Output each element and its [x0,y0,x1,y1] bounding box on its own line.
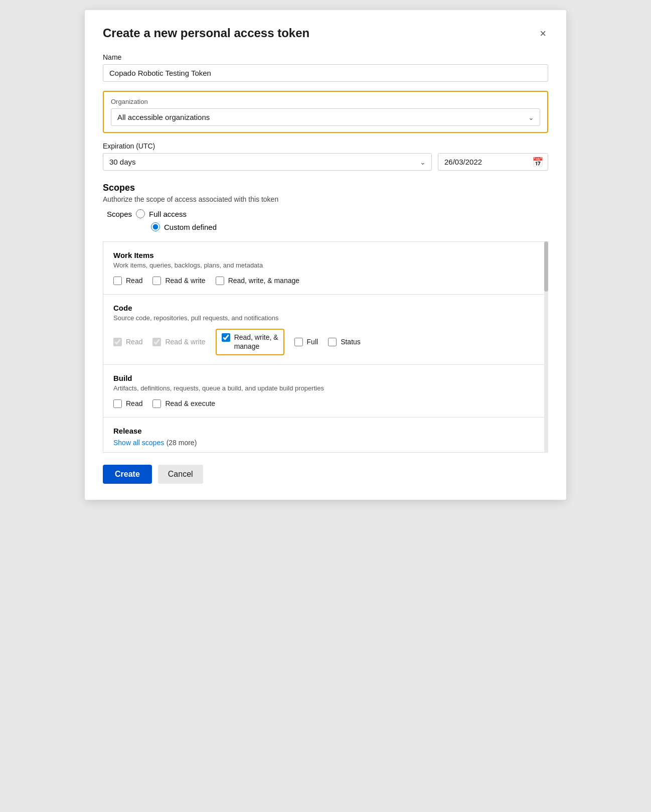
work-items-checkboxes: Read Read & write Read, write, & manage [113,276,534,285]
show-all-scopes-link[interactable]: Show all scopes [113,439,164,447]
code-full-label: Full [307,337,318,346]
more-count-label: (28 more) [167,439,197,447]
work-items-read-write-label: Read & write [165,276,205,285]
organization-section: Organization All accessible organization… [103,91,548,133]
name-input[interactable] [103,64,548,82]
close-button[interactable]: × [538,26,548,41]
custom-defined-radio[interactable] [151,222,160,231]
scope-items-list: Work Items Work items, queries, backlogs… [103,241,548,453]
code-read-write-label: Read & write [165,337,205,346]
code-read-write-manage[interactable]: Read, write, &manage [216,329,284,355]
expiry-date-wrapper: 📅 [438,153,548,171]
code-read-write-manage-checkbox[interactable] [222,333,230,342]
build-read-execute-checkbox[interactable] [152,399,161,408]
modal-title: Create a new personal access token [103,26,309,40]
create-button[interactable]: Create [103,465,152,484]
build-checkboxes: Read Read & execute [113,399,534,408]
full-access-label[interactable]: Full access [149,210,187,218]
code-status-label: Status [341,337,361,346]
full-access-radio-row: Scopes Full access [107,209,548,218]
work-items-read-write-checkbox[interactable] [152,277,161,285]
scope-item-code: Code Source code, repositories, pull req… [103,295,548,364]
release-section: Release Show all scopes (28 more) [103,418,548,452]
code-status[interactable]: Status [328,337,361,346]
scrollbar-track [544,241,548,453]
work-items-read-write-manage-label: Read, write, & manage [228,276,299,285]
work-items-read[interactable]: Read [113,276,142,285]
code-read-write-manage-label: Read, write, &manage [234,333,278,351]
code-read-label: Read [126,337,142,346]
code-description: Source code, repositories, pull requests… [113,314,534,322]
scopes-section: Scopes Authorize the scope of access ass… [103,183,548,231]
name-section: Name [103,53,548,82]
modal-header: Create a new personal access token × [103,26,548,41]
code-full-checkbox[interactable] [294,338,303,346]
scope-items-container: Work Items Work items, queries, backlogs… [103,241,548,453]
footer-actions: Create Cancel [103,465,548,484]
work-items-title: Work Items [113,251,534,259]
code-title: Code [113,304,534,312]
code-read-write[interactable]: Read & write [152,337,205,346]
custom-defined-radio-row: Custom defined [107,222,548,231]
work-items-read-write-manage-checkbox[interactable] [216,277,224,285]
scrollbar-thumb[interactable] [544,241,548,292]
scopes-prefix-label: Scopes [107,210,132,218]
name-label: Name [103,53,548,61]
organization-select[interactable]: All accessible organizations [111,108,540,126]
scope-item-build: Build Artifacts, definitions, requests, … [103,365,548,418]
code-read-write-checkbox[interactable] [152,338,161,346]
build-read-execute[interactable]: Read & execute [152,399,215,408]
work-items-read-checkbox[interactable] [113,277,122,285]
build-read-execute-label: Read & execute [165,399,215,408]
expiration-section: Expiration (UTC) 30 days ⌄ 📅 [103,142,548,171]
code-checkboxes: Read Read & write Read, write, &manage F… [113,329,534,355]
build-read[interactable]: Read [113,399,142,408]
expiry-select-wrapper: 30 days ⌄ [103,153,432,171]
build-read-checkbox[interactable] [113,399,122,408]
organization-label: Organization [111,98,540,105]
work-items-read-write-manage[interactable]: Read, write, & manage [216,276,299,285]
work-items-read-write[interactable]: Read & write [152,276,205,285]
organization-select-wrapper: All accessible organizations ⌄ [111,108,540,126]
full-access-radio[interactable] [136,209,145,218]
expiration-label: Expiration (UTC) [103,142,548,150]
cancel-button[interactable]: Cancel [158,465,203,484]
code-read[interactable]: Read [113,337,142,346]
expiry-days-select[interactable]: 30 days [103,153,432,171]
work-items-read-label: Read [126,276,142,285]
code-status-checkbox[interactable] [328,338,337,346]
scopes-radio-group: Scopes Full access Custom defined [103,209,548,231]
work-items-description: Work items, queries, backlogs, plans, an… [113,261,534,269]
code-read-checkbox[interactable] [113,338,122,346]
scope-item-work-items: Work Items Work items, queries, backlogs… [103,242,548,295]
show-all-row: Show all scopes (28 more) [113,438,538,447]
create-token-modal: Create a new personal access token × Nam… [85,10,566,500]
expiry-row: 30 days ⌄ 📅 [103,153,548,171]
build-title: Build [113,374,534,382]
release-title: Release [113,427,538,435]
build-description: Artifacts, definitions, requests, queue … [113,384,534,392]
code-full[interactable]: Full [294,337,318,346]
custom-defined-label[interactable]: Custom defined [164,223,217,231]
expiry-date-input[interactable] [438,153,548,171]
scopes-description: Authorize the scope of access associated… [103,195,548,203]
build-read-label: Read [126,399,142,408]
scopes-title: Scopes [103,183,548,193]
